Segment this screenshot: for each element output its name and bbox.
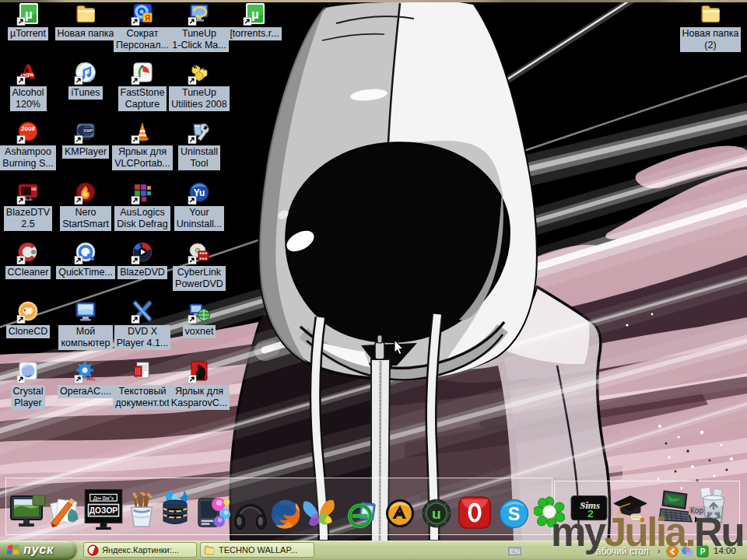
svg-text:The: The xyxy=(580,502,590,508)
svg-text:HD: HD xyxy=(31,187,37,191)
svg-text:AC: AC xyxy=(86,375,96,382)
svg-text:Дн▪ Вм°х: Дн▪ Вм°х xyxy=(93,495,114,502)
svg-text:ДОЗОР: ДОЗОР xyxy=(89,506,118,515)
svg-text:KMP: KMP xyxy=(84,128,93,133)
svg-text:2008: 2008 xyxy=(20,125,35,132)
svg-text:µ: µ xyxy=(25,7,33,22)
svg-text:S: S xyxy=(508,504,521,524)
svg-text:u: u xyxy=(432,506,441,522)
svg-text:Я: Я xyxy=(145,14,150,23)
svg-text:µ: µ xyxy=(251,7,259,22)
